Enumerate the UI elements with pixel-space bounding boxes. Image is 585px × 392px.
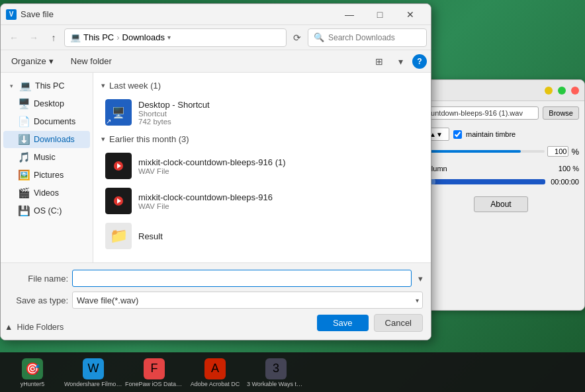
minimize-button[interactable] [545,87,553,95]
close-button[interactable]: ✕ [395,4,426,25]
navigation-toolbar: ← → ↑ 💻 This PC › Downloads ▾ ⟳ 🔍 [1,25,431,50]
taskbar-icon-hunter: 🎯 [22,358,43,379]
dialog-titlebar: V Save file — □ ✕ [1,4,431,25]
file-name-desktop-shortcut: Desktop - Shortcut [138,100,419,110]
taskbar-item-hunter[interactable]: 🎯 yHunter5 [3,354,62,391]
new-folder-button[interactable]: New folder [63,54,120,69]
time-row: 00:00:00 [423,178,579,186]
audio-file-input: ountdown-bleeps-916 (1).wav [423,106,539,120]
file-info-desktop-shortcut: Desktop - Shortcut Shortcut 742 bytes [138,100,419,126]
nav-label-downloads: Downloads [34,135,75,144]
taskbar: 🎯 yHunter5 W Wondershare Filmora 11 F Fo… [0,352,585,392]
file-info-wav1: mixkit-clock-countdown-bleeps-916 (1) WA… [138,157,419,175]
progress-bar[interactable] [423,179,545,184]
time-display: 00:00:00 [551,178,579,186]
title-buttons: — □ ✕ [334,4,426,25]
percent-slider-fill [423,150,521,153]
file-info-result: Result [138,231,419,241]
up-button[interactable]: ↑ [44,28,63,47]
nav-label-music: Music [34,153,56,162]
file-name-dropdown-icon[interactable]: ▾ [418,274,423,284]
file-thumb-wav1 [105,153,132,179]
taskbar-item-fonepaw[interactable]: F FonePaw iOS Data Backu... [124,354,184,391]
file-name-input[interactable] [72,270,412,287]
organize-label: Organize [11,56,46,66]
breadcrumb-this-pc: This PC [83,32,114,42]
nav-item-music[interactable]: 🎵 Music [3,149,90,166]
back-button[interactable]: ← [5,28,23,47]
app-icon: V [6,9,17,20]
maintain-timbre-checkbox[interactable] [453,130,462,139]
percent-input[interactable] [547,146,568,157]
save-as-type-select[interactable]: Wave file(*.wav) All Files (*.*) [72,292,423,309]
percent-slider-row: % [423,146,579,157]
file-name-wav1: mixkit-clock-countdown-bleeps-916 (1) [138,157,419,167]
wav-icon-1 [105,153,132,179]
taskbar-icon-wondershare: W [83,358,104,379]
maintain-timbre-label: maintain timbre [466,130,516,138]
dialog-title: Save file [21,9,330,19]
percent-slider[interactable] [423,150,545,153]
save-as-type-row: Save as type: Wave file(*.wav) All Files… [9,292,423,309]
maximize-button[interactable]: □ [365,4,395,25]
file-list: ▾ Last week (1) 🖥️ ↗ Desktop - Shortcut … [93,73,431,262]
nav-item-downloads[interactable]: ⬇️ Downloads [3,131,90,148]
maximize-button[interactable] [558,87,566,95]
audio-app-titlebar [418,80,584,101]
audio-browse-button[interactable]: Browse [543,106,579,120]
view-button[interactable]: ⊞ [370,52,388,71]
file-item-wav1[interactable]: mixkit-clock-countdown-bleeps-916 (1) WA… [101,149,423,182]
nav-item-os-c[interactable]: 💾 OS (C:) [3,202,90,219]
organize-chevron-icon: ▾ [49,56,54,66]
nav-expand-icon: ▾ [7,82,15,90]
section-title-earlier: Earlier this month (3) [109,134,189,144]
save-file-dialog: V Save file — □ ✕ ← → ↑ 💻 This PC › Down… [0,3,431,340]
file-meta-desktop-shortcut: Shortcut 742 bytes [138,110,419,126]
file-info-wav2: mixkit-clock-countdown-bleeps-916 WAV Fi… [138,192,419,210]
help-button[interactable]: ? [412,54,427,69]
taskbar-label-wondershare: Wondershare Filmora 11 [64,381,122,388]
nav-videos-icon: 🎬 [18,187,30,199]
section-header-last-week[interactable]: ▾ Last week (1) [101,81,423,91]
wav-play-icon-2 [114,196,123,206]
nav-item-documents[interactable]: 📄 Documents [3,113,90,130]
audio-file-row: ountdown-bleeps-916 (1).wav Browse [423,106,579,120]
file-item-desktop-shortcut[interactable]: 🖥️ ↗ Desktop - Shortcut Shortcut 742 byt… [101,96,423,129]
volume-row: Volumn 100 % [423,165,579,173]
taskbar-item-adobe[interactable]: A Adobe Acrobat DC [185,354,245,391]
taskbar-label-fonepaw: FonePaw iOS Data Backu... [125,381,183,388]
section-header-earlier[interactable]: ▾ Earlier this month (3) [101,134,423,144]
nav-item-videos[interactable]: 🎬 Videos [3,184,90,202]
taskbar-label-workable: 3 Workable Ways to Tr... [247,381,305,388]
taskbar-icon-adobe: A [204,358,226,379]
view-dropdown-button[interactable]: ▾ [391,52,410,71]
nav-item-pictures[interactable]: 🖼️ Pictures [3,167,90,184]
file-item-wav2[interactable]: mixkit-clock-countdown-bleeps-916 WAV Fi… [101,184,423,217]
breadcrumb[interactable]: 💻 This PC › Downloads ▾ [64,28,287,47]
forward-button[interactable]: → [24,28,43,47]
section-chevron-last-week: ▾ [101,81,105,90]
taskbar-item-wondershare[interactable]: W Wondershare Filmora 11 [64,354,123,391]
wav-icon-2 [105,188,132,214]
timbre-row: ▲▼ maintain timbre [423,128,579,141]
search-bar[interactable]: 🔍 [308,28,427,47]
search-input[interactable] [328,33,428,42]
nav-label-documents: Documents [34,117,75,126]
taskbar-item-workable[interactable]: 3 3 Workable Ways to Tr... [246,354,306,391]
file-name-row: File name: ▾ [9,270,423,287]
nav-item-this-pc[interactable]: ▾ 💻 This PC [3,77,90,95]
file-thumb-desktop-shortcut: 🖥️ ↗ [105,99,132,126]
close-button[interactable] [571,87,579,95]
breadcrumb-pc-icon: 💻 [70,32,81,43]
about-button[interactable]: About [474,196,527,212]
organize-button[interactable]: Organize ▾ [5,54,60,69]
file-size-desktop-shortcut: 742 bytes [138,118,171,126]
file-thumb-wav2 [105,188,132,214]
refresh-button[interactable]: ⟳ [288,28,306,47]
nav-label-this-pc: This PC [35,81,64,91]
minimize-button[interactable]: — [334,4,365,25]
breadcrumb-chevron[interactable]: ▾ [167,34,171,41]
file-item-result[interactable]: 📁 Result [101,219,423,253]
nav-label-os-c: OS (C:) [34,206,62,216]
nav-item-desktop[interactable]: 🖥️ Desktop [3,95,90,112]
